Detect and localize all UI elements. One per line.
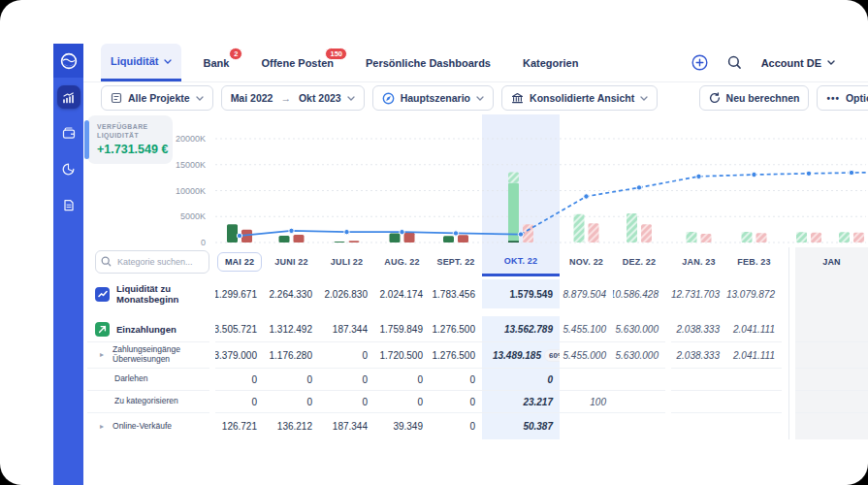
cell-value: 39.349 (393, 421, 423, 432)
cell-zahlungseing-nge-berweisungen-6: 5.455.000 (560, 342, 613, 369)
sidebar-item-document[interactable] (57, 193, 80, 216)
recalculate-button[interactable]: Neu berechnen (699, 85, 810, 111)
cell-value: 50.387 (523, 421, 553, 432)
cell-darlehen-3: 0 (374, 369, 430, 391)
cell-zu-kategorisieren-7 (613, 391, 665, 413)
cell-darlehen-6 (560, 369, 613, 391)
cell-darlehen-0: 0 (215, 369, 264, 391)
liquidity-table: MAI 22JUNI 22JULI 22AUG. 22SEPT. 22OKT. … (87, 247, 868, 439)
cell-online-verk-ufe-4: 0 (430, 413, 482, 439)
cell-online-verk-ufe-0: 126.721 (215, 413, 264, 439)
account-menu[interactable]: Account DE (761, 57, 835, 69)
row-zahlungseing-nge-berweisungen[interactable]: ▸Zahlungseingänge Überweisungen (87, 342, 209, 369)
notification-badge: 150 (325, 48, 347, 60)
row-online-verk-ufe[interactable]: ▸Online-Verkäufe (87, 413, 209, 439)
month-header-nov-22[interactable]: NOV. 22 (560, 247, 613, 276)
cell-value: 13.562.789 (504, 324, 553, 335)
tab-bank[interactable]: Bank2 (194, 44, 240, 81)
cell-zahlungseing-nge-berweisungen-5: 13.489.18560% (482, 342, 560, 369)
row-zu-kategorisieren[interactable]: Zu kategorisieren (87, 391, 209, 413)
tab-liquidit-t[interactable]: Liquidität (101, 44, 181, 81)
row-gap (671, 308, 726, 316)
row-gap (430, 308, 482, 316)
month-header-aug-22[interactable]: AUG. 22 (374, 247, 430, 276)
sidebar-item-wallet[interactable] (57, 121, 80, 145)
cell-liquidit-t-zu-monatsbeginn-2: 2.026.830 (319, 279, 374, 308)
filter-label: Alle Projekte (128, 92, 190, 104)
cell-liquidit-t-zu-monatsbeginn-3: 2.024.174 (374, 279, 430, 308)
cell-zahlungseing-nge-berweisungen-8: 2.038.333 (671, 342, 726, 369)
search-input[interactable] (95, 250, 209, 274)
month-header-juni-22[interactable]: JUNI 22 (264, 247, 319, 276)
tab-label: Liquidität (111, 55, 159, 67)
pinned-cell (795, 413, 868, 439)
cell-value: 2.038.333 (677, 324, 721, 335)
cell-einzahlungen-0: 3.505.721 (215, 316, 264, 342)
month-header-jan[interactable]: JAN (795, 247, 868, 276)
kpi-value: +1.731.549 € (97, 143, 173, 156)
cell-zahlungseing-nge-berweisungen-2: 0 (319, 342, 374, 369)
options-button[interactable]: ••• Optionen (817, 85, 868, 111)
cell-zahlungseing-nge-berweisungen-4: 1.276.500 (430, 342, 482, 369)
row-label: Darlehen (114, 374, 148, 384)
cell-value: 1.783.456 (433, 289, 476, 300)
filter-hauptszenario[interactable]: Hauptszenario (372, 85, 494, 111)
row-liquidit-t-zu-monatsbeginn[interactable]: Liquidität zu Monatsbeginn (87, 279, 209, 308)
svg-text:0: 0 (201, 238, 206, 247)
filter-date-range[interactable]: Mai 2022→Okt 2023 (221, 85, 365, 111)
month-header-sept-22[interactable]: SEPT. 22 (430, 247, 482, 276)
sidebar-item-pie-chart[interactable] (57, 157, 80, 180)
month-header-mai-22[interactable]: MAI 22 (215, 247, 264, 276)
chevron-down-icon (640, 96, 648, 101)
cell-einzahlungen-7: 5.630.000 (613, 316, 665, 342)
cell-value: 0 (362, 374, 368, 385)
nav-tabs: LiquiditätBank2Offene Posten150Persönlic… (83, 44, 600, 81)
caret-right-icon[interactable]: ▸ (100, 422, 104, 431)
month-header-feb-23[interactable]: FEB. 23 (726, 247, 782, 276)
nav-right: Account DE (691, 44, 868, 81)
cell-zahlungseing-nge-berweisungen-9: 2.041.111 (726, 342, 782, 369)
cell-zu-kategorisieren-3: 0 (374, 391, 430, 413)
pinned-cell (795, 308, 868, 316)
month-header-dez-22[interactable]: DEZ. 22 (613, 247, 665, 276)
row-einzahlungen[interactable]: Einzahlungen (87, 316, 209, 342)
cell-liquidit-t-zu-monatsbeginn-4: 1.783.456 (430, 279, 482, 308)
month-header-juli-22[interactable]: JULI 22 (319, 247, 374, 276)
caret-right-icon[interactable]: ▸ (100, 350, 104, 359)
cell-value: 2.041.111 (733, 324, 775, 335)
cell-zahlungseing-nge-berweisungen-1: 1.176.280 (264, 342, 319, 369)
arrow-right-icon: → (280, 92, 291, 104)
row-label: Zu kategorisieren (114, 397, 178, 406)
tab-pers-nliche-dashboards[interactable]: Persönliche Dashboards (356, 44, 500, 81)
cell-value: 1.579.549 (510, 289, 554, 300)
filter-alle-projekte[interactable]: Alle Projekte (101, 85, 213, 111)
row-gap (374, 308, 430, 316)
search-button[interactable] (727, 55, 742, 70)
plus-circle-icon (691, 54, 708, 71)
line-chart-icon (95, 287, 110, 302)
filter-konsolidierte-ansicht[interactable]: Konsolidierte Ansicht (501, 85, 658, 111)
tab-offene-posten[interactable]: Offene Posten150 (251, 44, 343, 81)
add-button[interactable] (691, 54, 708, 71)
pinned-cell (795, 279, 868, 308)
column-divider (782, 369, 795, 391)
app-logo[interactable] (53, 44, 83, 78)
cell-value: 3.379.000 (215, 350, 257, 361)
analytics-icon (61, 90, 76, 105)
row-darlehen[interactable]: Darlehen (87, 369, 209, 391)
row-label: Einzahlungen (116, 324, 177, 335)
month-header-okt-22[interactable]: OKT. 22 (482, 247, 560, 276)
chevron-down-icon (827, 60, 835, 65)
tab-kategorien[interactable]: Kategorien (513, 44, 588, 81)
compass-icon (382, 92, 395, 105)
sidebar (53, 78, 83, 485)
cell-value: 2.026.830 (325, 289, 369, 300)
month-header-jan-23[interactable]: JAN. 23 (671, 247, 726, 276)
pie-chart-icon (62, 163, 75, 176)
logo-icon (59, 51, 79, 71)
sidebar-item-analytics[interactable] (57, 85, 80, 109)
cell-value: 187.344 (333, 421, 368, 432)
cell-online-verk-ufe-1: 136.212 (264, 413, 319, 439)
cell-value: 0 (306, 374, 312, 385)
column-divider (782, 316, 795, 342)
